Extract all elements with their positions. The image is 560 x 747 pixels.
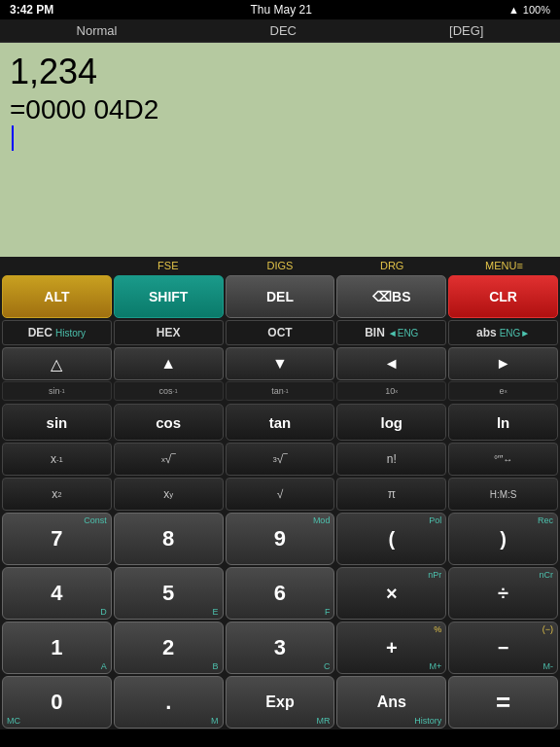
mode-deg: [DEG] <box>449 23 483 38</box>
btn-multiply[interactable]: × nPr <box>336 567 446 620</box>
btn-divide[interactable]: ÷ nCr <box>448 567 558 620</box>
btn-plus[interactable]: + % M+ <box>336 622 446 674</box>
pol-label: Pol <box>429 516 441 525</box>
btn-minus[interactable]: − (−) M- <box>448 622 558 674</box>
lbl-drg: DRG <box>336 257 448 274</box>
cos-inv-button[interactable]: cos-1 <box>114 381 224 401</box>
multiply-label: × <box>386 583 398 605</box>
ans-history-label: History <box>414 716 441 726</box>
cos-button[interactable]: cos <box>114 404 224 441</box>
n3-label: 3 <box>274 635 286 660</box>
clr-button[interactable]: CLR <box>448 275 558 318</box>
n2-label: 2 <box>162 635 174 660</box>
log-button[interactable]: log <box>336 404 446 441</box>
d-label: D <box>100 607 107 617</box>
mode-normal: Normal <box>77 23 118 38</box>
arrow-up-hollow-button[interactable]: △ <box>2 347 112 380</box>
lbl-empty1 <box>0 257 112 274</box>
n9-label: 9 <box>274 526 286 551</box>
dot-label: . <box>165 690 171 715</box>
status-time: 3:42 PM <box>10 3 53 17</box>
f-label: F <box>325 607 331 617</box>
sin-inv-button[interactable]: sin-1 <box>2 381 112 401</box>
const-label: Const <box>84 516 107 525</box>
abs-label: abs <box>476 326 497 339</box>
cursor <box>12 125 14 151</box>
x-inv-button[interactable]: x-1 <box>2 443 112 476</box>
del-button[interactable]: DEL <box>226 275 335 318</box>
btn-6[interactable]: 6 F <box>226 567 335 620</box>
x-root-button[interactable]: x√‾ <box>114 443 224 476</box>
n-fact-button[interactable]: n! <box>336 443 446 476</box>
buttons-area: FSE DIGS DRG MENU≡ ALT SHIFT DEL ⌫BS CLR… <box>0 257 560 729</box>
btn-exp[interactable]: Exp MR <box>226 676 335 729</box>
dec-label: DEC <box>28 326 52 339</box>
dms-button[interactable]: °′″↔ <box>448 443 558 476</box>
x-sq-button[interactable]: x2 <box>2 478 112 511</box>
tan-inv-button[interactable]: tan-1 <box>226 381 335 401</box>
n1-label: 1 <box>51 635 62 660</box>
shift-button[interactable]: SHIFT <box>114 275 224 318</box>
btn-7[interactable]: 7 Const <box>2 513 112 565</box>
btn-8[interactable]: 8 <box>114 513 224 565</box>
oct-label: OCT <box>267 326 292 339</box>
paren-close-label: ) <box>500 528 507 551</box>
bs-label: ⌫BS <box>372 289 410 304</box>
hms-button[interactable]: H:M:S <box>448 478 558 511</box>
pi-button[interactable]: π <box>336 478 446 511</box>
bin-eng-mode-btn[interactable]: BIN ◄ENG <box>336 320 446 345</box>
num-row-456: 4 D 5 E 6 F × nPr ÷ nCr <box>2 567 558 620</box>
sqrt-button[interactable]: √ <box>226 478 335 511</box>
mr-label: MR <box>316 716 330 726</box>
x-y-button[interactable]: xy <box>114 478 224 511</box>
btn-3[interactable]: 3 C <box>226 622 335 674</box>
btn-paren-open[interactable]: ( Pol <box>336 513 446 565</box>
main-ctrl-row: ALT SHIFT DEL ⌫BS CLR <box>0 274 560 319</box>
btn-5[interactable]: 5 E <box>114 567 224 620</box>
display-line2: =0000 04D2 <box>10 94 550 125</box>
alt-button[interactable]: ALT <box>2 275 112 318</box>
hex-mode-btn[interactable]: HEX <box>114 320 224 345</box>
sin-button[interactable]: sin <box>2 404 112 441</box>
mode-btn-row: DEC History HEX OCT BIN ◄ENG abs ENG► <box>0 319 560 346</box>
exp-label: Exp <box>265 694 294 711</box>
btn-9[interactable]: 9 Mod <box>226 513 335 565</box>
status-right: ▲ 100% <box>508 4 550 16</box>
btn-ans[interactable]: Ans History <box>336 676 446 729</box>
status-bar: 3:42 PM Thu May 21 ▲ 100% <box>0 0 560 19</box>
abs-eng-mode-btn[interactable]: abs ENG► <box>448 320 558 345</box>
btn-4[interactable]: 4 D <box>2 567 112 620</box>
oct-mode-btn[interactable]: OCT <box>226 320 335 345</box>
btn-0[interactable]: 0 MC <box>2 676 112 729</box>
btn-1[interactable]: 1 A <box>2 622 112 674</box>
e-x-button[interactable]: ex <box>448 381 558 401</box>
ln-button[interactable]: ln <box>448 404 558 441</box>
ten-x-button[interactable]: 10x <box>336 381 446 401</box>
arrow-down-button[interactable]: ▼ <box>226 347 335 380</box>
trig-inv-row: sin-1 cos-1 tan-1 10x ex <box>0 381 560 403</box>
e-label: E <box>213 607 219 617</box>
n8-label: 8 <box>162 526 174 551</box>
divide-label: ÷ <box>498 583 508 605</box>
btn-2[interactable]: 2 B <box>114 622 224 674</box>
btn-equals[interactable]: = <box>448 676 558 729</box>
cube-root-button[interactable]: 3√‾ <box>226 443 335 476</box>
ans-label: Ans <box>377 694 406 711</box>
ncr-label: nCr <box>539 570 553 580</box>
btn-paren-close[interactable]: ) Rec <box>448 513 558 565</box>
bs-button[interactable]: ⌫BS <box>336 275 446 318</box>
dec-mode-btn[interactable]: DEC History <box>2 320 112 345</box>
hex-label: HEX <box>157 326 181 339</box>
btn-dot[interactable]: . M <box>114 676 224 729</box>
arrow-up-button[interactable]: ▲ <box>114 347 224 380</box>
status-date: Thu May 21 <box>250 3 311 17</box>
label-row: FSE DIGS DRG MENU≡ <box>0 257 560 274</box>
m-label: M <box>211 716 219 726</box>
mode-dec: DEC <box>270 23 297 38</box>
trig-row: sin cos tan log ln <box>0 403 560 442</box>
tan-button[interactable]: tan <box>226 404 335 441</box>
arrow-left-button[interactable]: ◄ <box>336 347 446 380</box>
minus-label: − <box>498 637 509 659</box>
arrow-right-button[interactable]: ► <box>448 347 558 380</box>
c-label: C <box>324 661 331 671</box>
